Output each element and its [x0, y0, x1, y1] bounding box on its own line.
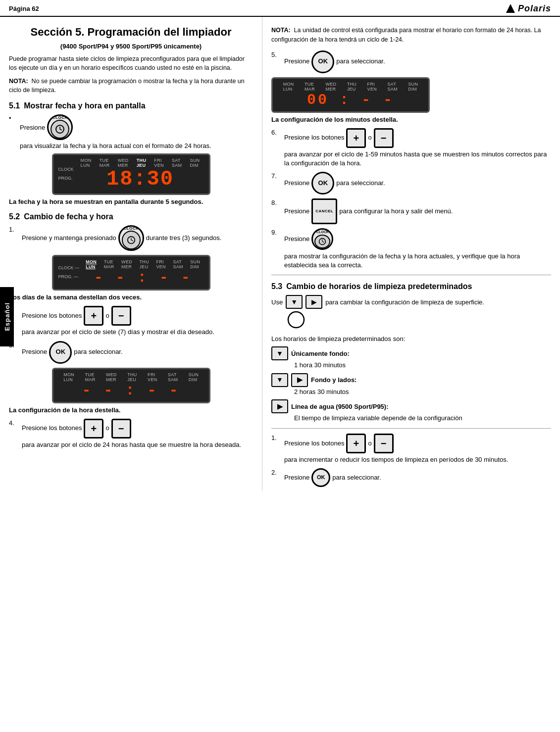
cleaning-item-1: ▼ Únicamente fondo: 1 hora 30 minutos [271, 346, 551, 370]
step-2-after: para avanzar por el ciclo de siete (7) d… [22, 328, 214, 337]
cleaning-item-3: ▶ Línea de agua (9500 Sport/P95): El tie… [271, 399, 551, 423]
right-arrow-button[interactable]: ▶ [305, 295, 322, 309]
display-dashes-days: - - : - - [82, 270, 204, 285]
clock-icon-2 [127, 236, 136, 244]
down-arrow-2[interactable]: ▼ [271, 373, 288, 387]
right-nota-text: La unidad de control está configurada pa… [271, 27, 541, 43]
step-53-1-content: Presione los botones + o − para incremen… [284, 434, 551, 464]
day-sat-2: SATSAM [173, 259, 183, 269]
m-wed: WEDMER [325, 82, 336, 92]
step-7-content: Presione OK para seleccionar. [284, 172, 551, 195]
svg-point-10 [288, 312, 304, 328]
display-panel-minutes: MONLUN TUEMAR WEDMER THUJEU FRIVEN SATSA… [271, 77, 430, 113]
page-header: Página 62 Polaris [0, 0, 560, 17]
step-53-2-after: para seleccionar. [332, 473, 381, 482]
h-sun: SUNDIM [189, 372, 199, 382]
step-2-content: Presione los botones + o − para avanzar … [22, 306, 253, 337]
step-3-content: Presione OK para seleccionar. [22, 341, 253, 364]
step-6-content: Presione los botones + o − para avanzar … [284, 128, 551, 168]
svg-marker-0 [506, 4, 515, 13]
right-nota-label: NOTA: [271, 27, 291, 34]
caption-5-1-text: La fecha y la hora se muestran en pantal… [9, 198, 203, 205]
subsection-5-2-title: Cambio de fecha y hora [24, 212, 113, 221]
step-5-before: Presione [284, 57, 309, 66]
subsection-5-2-heading: 5.2 Cambio de fecha y hora [9, 212, 253, 221]
step-3-after: para seleccionar. [74, 347, 122, 356]
clock-button-5-1[interactable]: CLOCK [47, 114, 73, 140]
panel-row-hour: MONLUN TUEMAR WEDMER THUJEU FRIVEN SATSA… [58, 372, 204, 398]
polaris-logo-icon [505, 3, 516, 14]
subsection-5-3-number: 5.3 [271, 282, 282, 291]
h-fri: FRIVEN [148, 372, 157, 382]
clock-label-9: CLOCK [316, 230, 329, 235]
right-arrow-2[interactable]: ▶ [291, 373, 308, 387]
plus-button-53-1[interactable]: + [346, 434, 366, 453]
caption-min: La configuración de los minutos destella… [271, 116, 551, 123]
minus-button-2[interactable]: − [111, 306, 131, 326]
step-5: 5. Presione OK para seleccionar. [271, 50, 551, 73]
step-5-content: Presione OK para seleccionar. [284, 50, 551, 73]
ok-button-5[interactable]: OK [311, 50, 334, 73]
step-4-before: Presione los botones [22, 424, 82, 433]
caption-days: Los días de la semana destellan dos vece… [9, 293, 253, 301]
clock-label-display: CLOCK [58, 167, 74, 172]
ok-button-53-2[interactable]: OK [311, 468, 330, 487]
plus-button-4[interactable]: + [84, 419, 103, 439]
cleaning-item-3-header: ▶ Línea de agua (9500 Sport/P95): [271, 399, 551, 413]
clock-inner [122, 231, 141, 249]
subsection-5-1-heading: 5.1 Mostrar fecha y hora en pantalla [9, 101, 253, 110]
cleaning-item-2: ▼ ▶ Fondo y lados: 2 horas 30 minutos [271, 373, 551, 397]
panel-content-5-1: MONLUN TUEMAR WEDMER THUJEU FRIVEN SATSA… [77, 158, 204, 190]
m-sat: SATSAM [387, 82, 397, 92]
plus-button-2[interactable]: + [84, 306, 103, 326]
right-nota: NOTA: La unidad de control está configur… [271, 26, 551, 45]
display-days-min: MONLUN TUEMAR WEDMER THUJEU FRIVEN SATSA… [278, 82, 423, 92]
day-mon: MONLUN [81, 158, 92, 168]
clock-button-5-2-1[interactable]: CLOCK [118, 225, 144, 251]
step-53-2-before: Presione [284, 473, 309, 482]
day-thu-2: THUJEU [140, 259, 149, 269]
m-thu: THUJEU [347, 82, 356, 92]
day-fri-2: FRIVEN [156, 259, 165, 269]
display-days-5-2: MONLUN TUEMAR WEDMER THUJEU FRIVEN SATSA… [82, 259, 204, 269]
step-6-before: Presione los botones [284, 133, 344, 142]
day-mon-active: MONLUN [86, 259, 97, 269]
step-6-after: para avanzar por el ciclo de 1-59 minuto… [284, 150, 551, 168]
subsection-5-2-number: 5.2 [9, 212, 20, 221]
subsection-5-1-title: Mostrar fecha y hora en pantalla [24, 101, 145, 110]
step-num-8: 8. [271, 198, 280, 207]
day-sat: SATSAM [172, 158, 182, 168]
step-num-1: 1. [9, 225, 18, 234]
cleaning-item-2-detail: 2 horas 30 minutos [294, 387, 551, 397]
down-arrow-button[interactable]: ▼ [286, 295, 303, 309]
subsection-5-1-bullet: • Presione CLOCK pa [9, 114, 253, 149]
m-fri: FRIVEN [367, 82, 377, 92]
display-panel-5-2-hour: MONLUN TUEMAR WEDMER THUJEU FRIVEN SATSA… [52, 368, 210, 403]
day-wed: WEDMER [118, 158, 129, 168]
nota-label: NOTA: [9, 78, 28, 85]
minus-button-53-1[interactable]: − [374, 434, 394, 453]
right-arrow-3[interactable]: ▶ [271, 399, 288, 413]
down-arrow-1[interactable]: ▼ [271, 346, 288, 360]
step-1-after: durante tres (3) segundos. [146, 234, 221, 243]
display-panel-5-2-days: CLOCK — PROG. — MONLUN TUEMAR WEDMER THU… [52, 255, 210, 291]
minus-button-4[interactable]: − [111, 419, 131, 439]
ok-button-3[interactable]: OK [49, 341, 72, 364]
step-5-1-content: Presione CLOCK para visualizar la fech [20, 114, 253, 149]
use-line: Use ▼ ▶ para cambiar la configuración de… [271, 295, 551, 309]
step-5-3-1: 1. Presione los botones + o − para incre… [271, 434, 551, 464]
minus-button-6[interactable]: − [374, 128, 394, 148]
step-53-num-2: 2. [271, 468, 280, 477]
step-53-1-before: Presione los botones [284, 439, 344, 448]
ok-button-7[interactable]: OK [311, 172, 334, 195]
display-days-5-1: MONLUN TUEMAR WEDMER THUJEU FRIVEN SATSA… [77, 158, 204, 168]
clock-button-9[interactable]: CLOCK [311, 228, 333, 250]
clock-icon-9 [318, 238, 326, 245]
cancel-button-8[interactable]: CANCEL [311, 198, 337, 224]
step-9-content: Presione CLOCK para mostrar la configura… [284, 228, 551, 270]
step-4-o: o [105, 424, 109, 433]
step-6: 6. Presione los botones + o − para avanz… [271, 128, 551, 168]
plus-button-6[interactable]: + [346, 128, 366, 148]
step-5-3-2: 2. Presione OK para seleccionar. [271, 468, 551, 487]
step-8-after: para configurar la hora y salir del menú… [339, 207, 453, 216]
